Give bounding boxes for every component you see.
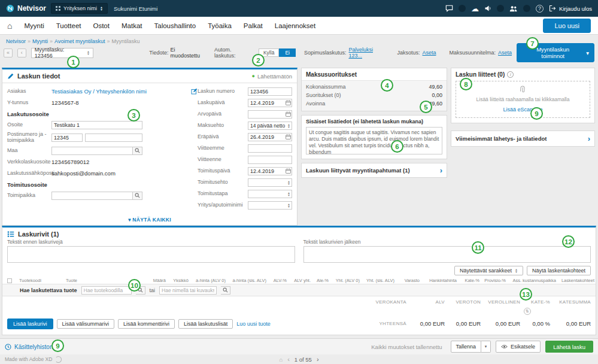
payments-row-label: Kokonaissumma: [306, 84, 346, 90]
megaphone-icon[interactable]: [484, 5, 491, 12]
toggle-no-option[interactable]: Ei: [279, 48, 296, 57]
nav-item-matkat[interactable]: Matkat: [122, 22, 142, 29]
first-invoice-button[interactable]: «: [4, 48, 13, 57]
contract-billing-link[interactable]: Palveluksi 123...: [348, 47, 387, 59]
save-button[interactable]: Tallenna: [451, 341, 482, 353]
delivery-method-select[interactable]: ▲▼: [248, 190, 292, 198]
invoice-rows-section: Laskurivit (1) Tekstit ennen laskurivejä…: [2, 226, 596, 335]
annotation-badge-8: 8: [460, 78, 472, 90]
nav-item-tyoaika[interactable]: Työaika: [208, 22, 232, 29]
send-invoice-button[interactable]: Lähetä lasku: [545, 341, 593, 353]
select-all-checkbox[interactable]: [7, 278, 12, 283]
cloud-icon[interactable]: ☁: [471, 5, 479, 13]
nav-item-palkat[interactable]: Palkat: [244, 22, 263, 29]
nav-item-tuotteet[interactable]: Tuotteet: [56, 22, 81, 29]
totals-header: VEROKANTA: [363, 299, 406, 305]
next-page-arrow[interactable]: ›: [317, 356, 319, 363]
middle-column: Maksusuoritukset Kokonaissumma49,60 Suor…: [301, 68, 447, 178]
attachment-dropzone[interactable]: Lisää liitteitä raahaamalla tai klikkaam…: [456, 81, 590, 118]
help-icon[interactable]: ?: [536, 5, 544, 13]
logout-button[interactable]: Kirjaudu ulos: [549, 5, 592, 12]
breadcrumb-link[interactable]: Avoimet myyntilaskut: [54, 38, 105, 44]
netvisor-logo[interactable]: Netvisor: [6, 4, 46, 13]
show-calculation-targets-button[interactable]: Näytä laskentakohteet: [527, 266, 591, 275]
product-code-search-input[interactable]: [81, 286, 132, 295]
delivery-date-input[interactable]: [248, 167, 292, 175]
breadcrumb-separator: »: [107, 38, 110, 44]
previous-invoice-button[interactable]: ‹: [17, 48, 26, 57]
our-reference-input[interactable]: [248, 144, 292, 153]
payment-plan-set-link[interactable]: Aseta: [498, 50, 512, 56]
processing-history-link[interactable]: Käsittelyhistoria: [5, 344, 56, 350]
breadcrumb-link[interactable]: Myynti: [32, 38, 48, 44]
country-input[interactable]: [51, 147, 133, 155]
customer-link[interactable]: Testiasiakas Oy / Yhteyshenkilön nimi: [51, 88, 147, 95]
totals-header: KATESUMMA: [550, 299, 591, 305]
accrual-set-link[interactable]: Aseta: [422, 50, 436, 56]
add-invoice-row-button[interactable]: Lisää laskurivi: [7, 318, 53, 329]
internal-notes-panel: Sisäiset lisätiedot (ei lähetetä laskun …: [301, 115, 447, 159]
show-all-link[interactable]: ▾ NÄYTÄ KAIKKI: [2, 217, 297, 223]
logout-label: Kirjaudu ulos: [559, 5, 592, 12]
add-comment-row-button[interactable]: Lisää kommenttirivi: [118, 319, 175, 329]
home-icon[interactable]: ⌂: [279, 356, 283, 363]
add-subtotal-row-button[interactable]: Lisää välisummarivi: [57, 319, 115, 329]
post-rows-textarea[interactable]: [303, 246, 591, 263]
visible-columns-button[interactable]: Näytettävät sarakkeet▲▼: [454, 266, 523, 275]
postal-city-input[interactable]: [85, 134, 142, 142]
rows-textareas: Tekstit ennen laskurivejä Tekstit laskur…: [2, 238, 596, 264]
select-spinner-icon: ▲▼: [287, 180, 290, 185]
create-product-link[interactable]: Luo uusi tuote: [236, 321, 271, 327]
info-icon[interactable]: i: [507, 71, 514, 78]
site-search-button[interactable]: [133, 192, 142, 200]
totals-expand-icon[interactable]: ⇅: [524, 308, 531, 315]
create-new-button[interactable]: Luo uusi: [543, 19, 591, 33]
delivery-status-panel[interactable]: Viimeisimmät lähetys- ja tilatiedot ›: [451, 131, 595, 147]
invoice-number-input[interactable]: [248, 87, 292, 96]
pre-rows-textarea[interactable]: [7, 246, 295, 263]
preview-button[interactable]: Esikatsele: [496, 341, 541, 353]
invoice-date-input[interactable]: [248, 99, 292, 107]
einvoice-label: Verkkolaskuosoite: [7, 159, 51, 165]
delivery-term-select[interactable]: ▲▼: [248, 178, 292, 187]
previous-page-arrow[interactable]: ‹: [287, 356, 290, 363]
nav-item-laajennokset[interactable]: Laajennokset: [275, 22, 315, 29]
nav-item-taloushallinto[interactable]: Taloushallinto: [154, 22, 196, 29]
edit-customer-icon[interactable]: [191, 88, 198, 95]
home-icon[interactable]: ⌂: [7, 21, 12, 31]
your-reference-input[interactable]: [248, 156, 292, 164]
notice-value: Ei muodostettu: [170, 47, 206, 59]
row-action-buttons: Lisää laskurivi Lisää välisummarivi Lisä…: [7, 318, 271, 329]
add-billing-fees-button[interactable]: Lisää laskutuslisät: [178, 319, 233, 329]
internal-notes-textarea[interactable]: Ut congue sagittis augue ut sagittis. Vi…: [306, 127, 442, 154]
site-input[interactable]: [51, 192, 133, 200]
product-name-search-button[interactable]: [221, 286, 230, 295]
payment-term-select[interactable]: 14 päivää netto▲▼: [248, 122, 292, 130]
nav-item-myynti[interactable]: Myynti: [24, 22, 44, 29]
column-header: Varasto: [396, 278, 421, 283]
sales-events-panel[interactable]: Laskuun liittyvät myyntitapahtumat (1) ›: [301, 163, 447, 178]
totals-header: VEROLLINEN: [481, 299, 520, 305]
company-name-select[interactable]: ▲▼: [248, 201, 292, 210]
due-date-input[interactable]: [248, 133, 292, 141]
value-date-input[interactable]: [248, 110, 292, 119]
breadcrumb-link[interactable]: Netvisor: [6, 38, 26, 44]
dropzone-text: Lisää liitteitä raahaamalla tai klikkaam…: [462, 96, 584, 103]
annotation-badge-10: 10: [128, 279, 141, 292]
select-spinner-icon: ▲▼: [87, 50, 90, 55]
netvisor-sales-invoice-page: { "colors": {"topbar_bg":"#16394d","acce…: [0, 0, 598, 364]
email-label: Laskutussähköposti: [7, 171, 51, 177]
country-search-button[interactable]: [133, 147, 142, 155]
chat-icon[interactable]: [445, 5, 453, 12]
escan-attachment-link[interactable]: Lisää eScan-liite: [462, 107, 584, 113]
nav-item-ostot[interactable]: Ostot: [93, 22, 109, 29]
company-selector[interactable]: Yrityksen nimi ▲▼: [51, 3, 108, 14]
product-name-search-input[interactable]: [159, 286, 217, 295]
address-input[interactable]: [51, 121, 142, 129]
save-options-caret[interactable]: ▾: [481, 341, 491, 353]
users-icon[interactable]: [509, 5, 518, 12]
postal-code-input[interactable]: [51, 134, 83, 142]
our-reference-label: Viitteemme: [198, 145, 248, 151]
payment-term-value: 14 päivää netto: [250, 123, 285, 129]
invoice-selector[interactable]: Myyntilasku: 123456 ▲▼: [31, 48, 93, 58]
